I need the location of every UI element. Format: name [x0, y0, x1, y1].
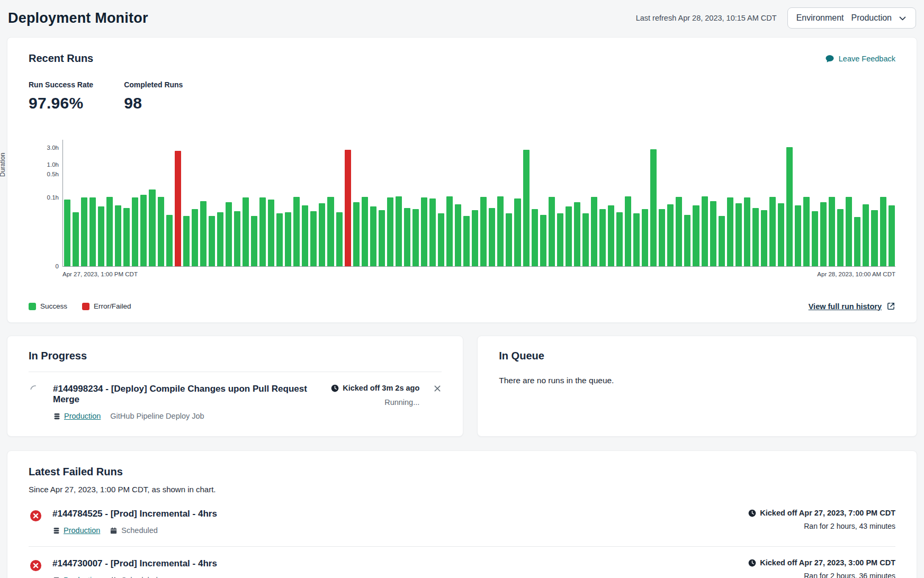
chart-bar[interactable] — [820, 202, 827, 266]
chart-bar[interactable] — [463, 216, 470, 266]
chart-bar[interactable] — [889, 205, 895, 266]
chart-bar[interactable] — [455, 204, 461, 266]
chart-bar[interactable] — [710, 201, 716, 266]
chart-bar[interactable] — [217, 212, 223, 266]
chart-bar[interactable] — [73, 212, 79, 266]
chart-bar[interactable] — [591, 197, 597, 266]
chart-bar[interactable] — [684, 215, 690, 266]
chart-bar[interactable] — [557, 213, 563, 266]
chart-bar[interactable] — [863, 204, 869, 266]
chart-bar[interactable] — [243, 197, 249, 266]
chart-bar[interactable] — [514, 198, 521, 266]
chart-bar[interactable] — [412, 209, 419, 266]
chart-bar[interactable] — [327, 197, 334, 266]
chart-bar[interactable] — [268, 200, 274, 266]
chart-bar[interactable] — [123, 208, 130, 266]
chart-bar[interactable] — [532, 209, 538, 266]
chart-bar[interactable] — [786, 147, 793, 266]
chart-bar[interactable] — [98, 206, 104, 266]
chart-bar[interactable] — [778, 203, 784, 266]
chart-bar[interactable] — [608, 205, 614, 266]
chart-bar[interactable] — [438, 213, 444, 266]
chart-bar[interactable] — [132, 197, 138, 266]
chart-bar[interactable] — [744, 197, 750, 266]
chart-bar[interactable] — [89, 197, 96, 266]
chart-bar[interactable] — [446, 196, 453, 266]
chart-bar[interactable] — [693, 205, 699, 266]
close-icon[interactable] — [433, 384, 442, 393]
leave-feedback-link[interactable]: Leave Feedback — [825, 54, 895, 64]
chart-bar[interactable] — [336, 212, 343, 266]
chart-bar[interactable] — [803, 197, 810, 266]
chart-bar[interactable] — [106, 197, 113, 266]
chart-bar[interactable] — [251, 216, 257, 266]
chart-bar[interactable] — [115, 205, 121, 266]
chart-bar[interactable] — [761, 210, 767, 266]
chart-bar[interactable] — [158, 197, 164, 266]
chart-bar[interactable] — [667, 204, 674, 266]
environment-link[interactable]: Production — [53, 412, 101, 420]
chart-bar[interactable] — [735, 203, 742, 266]
chart-bar[interactable] — [650, 149, 657, 266]
chart-bar[interactable] — [599, 209, 606, 266]
environment-link[interactable]: Production — [52, 526, 100, 535]
chart-bar[interactable] — [319, 203, 325, 266]
chart-bar[interactable] — [880, 197, 886, 266]
chart-bar[interactable] — [140, 195, 147, 266]
chart-bar[interactable] — [396, 196, 402, 266]
environment-select[interactable]: Environment Production — [787, 7, 916, 29]
chart-bar[interactable] — [302, 205, 308, 266]
chart-bar[interactable] — [64, 200, 70, 266]
chart-bar[interactable] — [659, 209, 665, 266]
chart-bar[interactable] — [846, 197, 852, 266]
chart-bar[interactable] — [582, 213, 589, 266]
chart-bar[interactable] — [642, 209, 648, 266]
environment-link[interactable]: Production — [52, 576, 100, 578]
chart-bar[interactable] — [404, 208, 410, 266]
chart-bar[interactable] — [633, 213, 640, 266]
chart-bar[interactable] — [523, 150, 530, 266]
chart-bar[interactable] — [149, 189, 155, 266]
chart-bar[interactable] — [379, 210, 385, 266]
chart-bar[interactable] — [209, 216, 215, 266]
chart-bar[interactable] — [429, 198, 436, 266]
chart-bar[interactable] — [625, 196, 631, 266]
chart-bar[interactable] — [506, 213, 512, 266]
chart-bar[interactable] — [812, 211, 818, 266]
chart-bar[interactable] — [752, 208, 759, 266]
chart-bar[interactable] — [234, 211, 240, 266]
chart-bar[interactable] — [574, 202, 580, 266]
chart-bar[interactable] — [871, 210, 877, 266]
chart-bar[interactable] — [345, 150, 351, 266]
chart-bar[interactable] — [829, 197, 835, 266]
chart-bar[interactable] — [259, 197, 266, 266]
chart-bar[interactable] — [727, 197, 733, 266]
chart-bar[interactable] — [362, 197, 368, 266]
chart-bar[interactable] — [276, 213, 283, 266]
chart-bar[interactable] — [540, 215, 546, 266]
chart-bar[interactable] — [192, 209, 198, 266]
chart-bar[interactable] — [421, 197, 427, 266]
chart-bar[interactable] — [719, 216, 725, 266]
chart-bar[interactable] — [293, 197, 300, 266]
chart-bar[interactable] — [497, 196, 504, 266]
chart-bar[interactable] — [183, 216, 190, 266]
chart-bar[interactable] — [489, 208, 495, 266]
chart-bar[interactable] — [566, 206, 572, 266]
chart-bar[interactable] — [200, 201, 207, 266]
chart-bar[interactable] — [175, 151, 181, 266]
chart-bar[interactable] — [472, 210, 478, 266]
chart-bar[interactable] — [226, 202, 232, 266]
chart-bar[interactable] — [549, 197, 555, 266]
chart-bar[interactable] — [285, 212, 291, 266]
chart-bar[interactable] — [353, 202, 360, 266]
chart-bar[interactable] — [837, 209, 844, 266]
chart-bar[interactable] — [795, 205, 801, 266]
chart-bar[interactable] — [81, 197, 87, 266]
chart-bar[interactable] — [676, 197, 682, 266]
chart-bar[interactable] — [166, 215, 173, 266]
chart-bar[interactable] — [854, 217, 860, 266]
chart-bar[interactable] — [702, 196, 708, 266]
view-full-run-history-link[interactable]: View full run history — [809, 302, 895, 311]
chart-bar[interactable] — [387, 197, 393, 266]
